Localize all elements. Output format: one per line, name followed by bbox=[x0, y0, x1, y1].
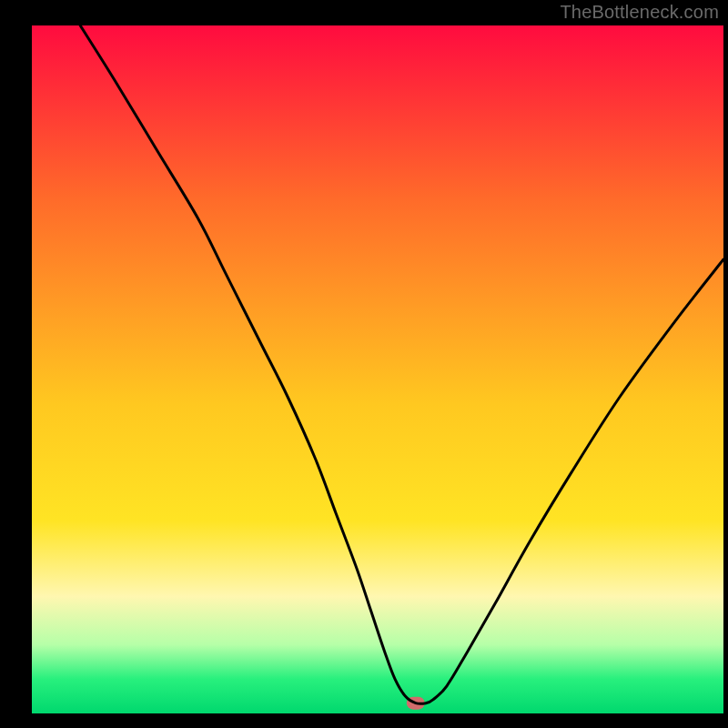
chart-svg bbox=[32, 25, 723, 713]
watermark-label: TheBottleneck.com bbox=[560, 2, 719, 23]
chart-frame: TheBottleneck.com bbox=[0, 0, 728, 728]
plot-area bbox=[32, 25, 723, 713]
gradient-background bbox=[32, 25, 723, 713]
